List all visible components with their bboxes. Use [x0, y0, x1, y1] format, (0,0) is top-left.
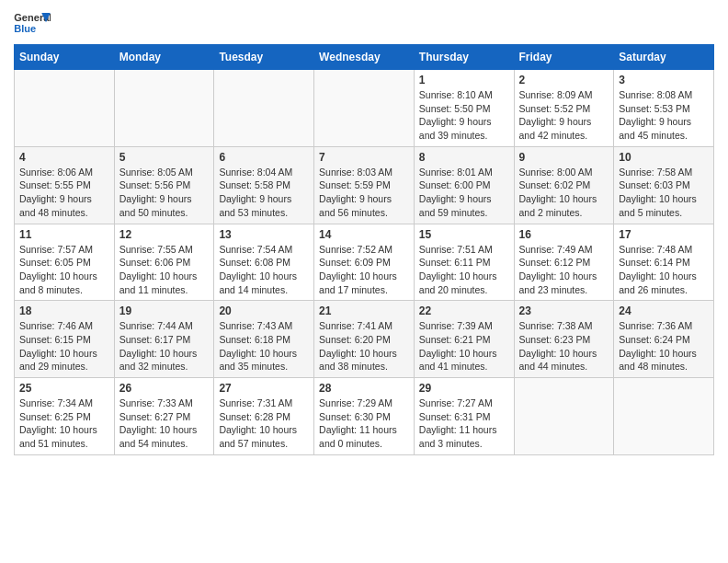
week-row-2: 4Sunrise: 8:06 AMSunset: 5:55 PMDaylight…: [15, 146, 714, 224]
day-number: 28: [319, 382, 409, 395]
day-cell: 29Sunrise: 7:27 AMSunset: 6:31 PMDayligh…: [414, 378, 514, 455]
day-info: Sunrise: 7:49 AMSunset: 6:12 PMDaylight:…: [519, 243, 609, 297]
header-friday: Friday: [514, 45, 614, 70]
day-cell: 3Sunrise: 8:08 AMSunset: 5:53 PMDaylight…: [614, 70, 714, 147]
header-thursday: Thursday: [414, 45, 514, 70]
header-monday: Monday: [114, 45, 214, 70]
day-cell: 12Sunrise: 7:55 AMSunset: 6:06 PMDayligh…: [114, 224, 214, 301]
day-number: 8: [419, 151, 509, 164]
day-number: 14: [319, 228, 409, 241]
day-info: Sunrise: 7:52 AMSunset: 6:09 PMDaylight:…: [319, 243, 409, 297]
day-cell: 22Sunrise: 7:39 AMSunset: 6:21 PMDayligh…: [414, 301, 514, 378]
day-cell: 24Sunrise: 7:36 AMSunset: 6:24 PMDayligh…: [614, 301, 714, 378]
day-info: Sunrise: 7:58 AMSunset: 6:03 PMDaylight:…: [619, 166, 709, 220]
day-number: 29: [419, 382, 509, 395]
day-number: 19: [119, 304, 210, 317]
day-info: Sunrise: 8:00 AMSunset: 6:02 PMDaylight:…: [519, 166, 609, 220]
day-info: Sunrise: 7:38 AMSunset: 6:23 PMDaylight:…: [519, 319, 609, 373]
day-cell: [114, 70, 214, 147]
day-cell: [514, 378, 614, 455]
day-number: 16: [519, 228, 609, 241]
day-cell: 8Sunrise: 8:01 AMSunset: 6:00 PMDaylight…: [414, 146, 514, 224]
day-info: Sunrise: 7:27 AMSunset: 6:31 PMDaylight:…: [419, 396, 509, 451]
day-number: 12: [119, 228, 210, 241]
day-info: Sunrise: 7:29 AMSunset: 6:30 PMDaylight:…: [319, 396, 409, 451]
day-info: Sunrise: 7:34 AMSunset: 6:25 PMDaylight:…: [19, 396, 109, 451]
header-saturday: Saturday: [614, 45, 714, 70]
day-info: Sunrise: 8:04 AMSunset: 5:58 PMDaylight:…: [219, 166, 309, 220]
day-cell: [614, 378, 714, 455]
header-wednesday: Wednesday: [314, 45, 415, 70]
day-number: 7: [319, 151, 409, 164]
day-cell: 21Sunrise: 7:41 AMSunset: 6:20 PMDayligh…: [314, 301, 415, 378]
day-info: Sunrise: 8:09 AMSunset: 5:52 PMDaylight:…: [519, 88, 609, 143]
day-cell: [214, 70, 314, 147]
svg-text:Blue: Blue: [14, 23, 36, 34]
day-number: 10: [619, 151, 709, 164]
day-info: Sunrise: 7:55 AMSunset: 6:06 PMDaylight:…: [119, 243, 210, 297]
day-info: Sunrise: 8:01 AMSunset: 6:00 PMDaylight:…: [419, 166, 509, 220]
day-number: 11: [19, 228, 109, 241]
day-number: 27: [219, 382, 309, 395]
day-cell: [314, 70, 415, 147]
day-cell: [15, 70, 115, 147]
day-number: 4: [19, 151, 109, 164]
day-number: 13: [219, 228, 309, 241]
day-cell: 1Sunrise: 8:10 AMSunset: 5:50 PMDaylight…: [414, 70, 514, 147]
day-info: Sunrise: 8:10 AMSunset: 5:50 PMDaylight:…: [419, 88, 509, 143]
day-number: 26: [119, 382, 210, 395]
day-cell: 2Sunrise: 8:09 AMSunset: 5:52 PMDaylight…: [514, 70, 614, 147]
day-cell: 26Sunrise: 7:33 AMSunset: 6:27 PMDayligh…: [114, 378, 214, 455]
day-cell: 16Sunrise: 7:49 AMSunset: 6:12 PMDayligh…: [514, 224, 614, 301]
day-info: Sunrise: 7:46 AMSunset: 6:15 PMDaylight:…: [19, 319, 109, 373]
day-number: 25: [19, 382, 109, 395]
week-row-1: 1Sunrise: 8:10 AMSunset: 5:50 PMDaylight…: [15, 70, 714, 147]
week-row-3: 11Sunrise: 7:57 AMSunset: 6:05 PMDayligh…: [15, 224, 714, 301]
day-info: Sunrise: 7:31 AMSunset: 6:28 PMDaylight:…: [219, 396, 309, 451]
day-number: 22: [419, 304, 509, 317]
page-header: General Blue: [14, 9, 714, 37]
day-info: Sunrise: 7:41 AMSunset: 6:20 PMDaylight:…: [319, 319, 409, 373]
day-number: 6: [219, 151, 309, 164]
day-number: 24: [619, 304, 709, 317]
day-cell: 10Sunrise: 7:58 AMSunset: 6:03 PMDayligh…: [614, 146, 714, 224]
header-sunday: Sunday: [15, 45, 115, 70]
day-number: 23: [519, 304, 609, 317]
day-cell: 20Sunrise: 7:43 AMSunset: 6:18 PMDayligh…: [214, 301, 314, 378]
day-info: Sunrise: 7:39 AMSunset: 6:21 PMDaylight:…: [419, 319, 509, 373]
day-info: Sunrise: 7:44 AMSunset: 6:17 PMDaylight:…: [119, 319, 210, 373]
day-info: Sunrise: 7:43 AMSunset: 6:18 PMDaylight:…: [219, 319, 309, 373]
day-cell: 28Sunrise: 7:29 AMSunset: 6:30 PMDayligh…: [314, 378, 415, 455]
day-cell: 19Sunrise: 7:44 AMSunset: 6:17 PMDayligh…: [114, 301, 214, 378]
day-number: 21: [319, 304, 409, 317]
day-info: Sunrise: 7:48 AMSunset: 6:14 PMDaylight:…: [619, 243, 709, 297]
day-cell: 9Sunrise: 8:00 AMSunset: 6:02 PMDaylight…: [514, 146, 614, 224]
day-info: Sunrise: 8:08 AMSunset: 5:53 PMDaylight:…: [619, 88, 709, 143]
day-cell: 7Sunrise: 8:03 AMSunset: 5:59 PMDaylight…: [314, 146, 415, 224]
day-cell: 25Sunrise: 7:34 AMSunset: 6:25 PMDayligh…: [15, 378, 115, 455]
day-info: Sunrise: 8:05 AMSunset: 5:56 PMDaylight:…: [119, 166, 210, 220]
day-number: 18: [19, 304, 109, 317]
calendar-table: SundayMondayTuesdayWednesdayThursdayFrid…: [14, 44, 714, 455]
week-row-5: 25Sunrise: 7:34 AMSunset: 6:25 PMDayligh…: [15, 378, 714, 455]
day-number: 9: [519, 151, 609, 164]
day-number: 3: [619, 74, 709, 86]
day-cell: 5Sunrise: 8:05 AMSunset: 5:56 PMDaylight…: [114, 146, 214, 224]
day-cell: 13Sunrise: 7:54 AMSunset: 6:08 PMDayligh…: [214, 224, 314, 301]
day-cell: 15Sunrise: 7:51 AMSunset: 6:11 PMDayligh…: [414, 224, 514, 301]
week-row-4: 18Sunrise: 7:46 AMSunset: 6:15 PMDayligh…: [15, 301, 714, 378]
day-info: Sunrise: 8:03 AMSunset: 5:59 PMDaylight:…: [319, 166, 409, 220]
day-cell: 18Sunrise: 7:46 AMSunset: 6:15 PMDayligh…: [15, 301, 115, 378]
logo-icon: General Blue: [14, 9, 51, 37]
day-cell: 17Sunrise: 7:48 AMSunset: 6:14 PMDayligh…: [614, 224, 714, 301]
day-cell: 6Sunrise: 8:04 AMSunset: 5:58 PMDaylight…: [214, 146, 314, 224]
header-tuesday: Tuesday: [214, 45, 314, 70]
day-info: Sunrise: 7:51 AMSunset: 6:11 PMDaylight:…: [419, 243, 509, 297]
day-cell: 23Sunrise: 7:38 AMSunset: 6:23 PMDayligh…: [514, 301, 614, 378]
header-row: SundayMondayTuesdayWednesdayThursdayFrid…: [15, 45, 714, 70]
day-number: 1: [419, 74, 509, 86]
day-number: 17: [619, 228, 709, 241]
day-info: Sunrise: 7:33 AMSunset: 6:27 PMDaylight:…: [119, 396, 210, 451]
day-info: Sunrise: 8:06 AMSunset: 5:55 PMDaylight:…: [19, 166, 109, 220]
day-number: 15: [419, 228, 509, 241]
